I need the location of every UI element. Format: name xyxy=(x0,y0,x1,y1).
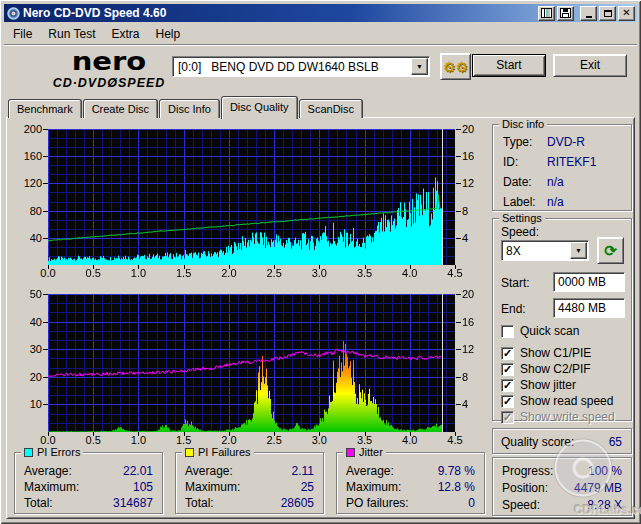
pi-errors-title: PI Errors xyxy=(37,446,80,458)
speed-select-dropdown-button[interactable]: ▼ xyxy=(570,242,587,259)
minimize-button[interactable] xyxy=(580,6,597,21)
axis-tick-label: 20 xyxy=(462,288,486,300)
axis-tick-mark xyxy=(43,322,48,323)
checkbox-box[interactable]: ✓ xyxy=(501,363,514,376)
start-position-label: Start: xyxy=(501,276,530,290)
checkmark: ✓ xyxy=(503,395,512,408)
stat-value: 2.11 xyxy=(292,464,314,478)
report-button[interactable] xyxy=(538,6,555,21)
close-button[interactable]: ✕ xyxy=(618,6,635,21)
checkmark: ✓ xyxy=(503,363,512,376)
checkbox-show-c2-pif[interactable]: ✓ Show C2/PIF xyxy=(501,362,591,376)
axis-tick-mark xyxy=(456,183,461,184)
disc-type-label: Type: xyxy=(503,135,547,149)
axis-tick-mark xyxy=(456,294,461,295)
pi-errors-chart xyxy=(48,129,455,265)
menu-file[interactable]: File xyxy=(5,26,40,42)
axis-tick-mark xyxy=(410,432,411,436)
axis-tick-mark xyxy=(43,211,48,212)
stat-value: 314687 xyxy=(113,496,153,510)
axis-tick-mark xyxy=(43,156,48,157)
stat-value: 22.01 xyxy=(123,464,153,478)
menu-run-test[interactable]: Run Test xyxy=(40,26,103,42)
checkbox-box[interactable] xyxy=(501,325,514,338)
stat-value: 28605 xyxy=(281,496,314,510)
pi-failures-title: PI Failures xyxy=(198,446,251,458)
axis-tick-mark xyxy=(456,404,461,405)
stat-value: 9.78 % xyxy=(438,464,475,478)
speed-select[interactable]: 8X ▼ xyxy=(501,240,589,261)
progress-panel: Progress:100 % Position:4479 MB Speed:8.… xyxy=(492,457,632,516)
axis-tick-mark xyxy=(455,432,456,436)
checkbox-quick-scan[interactable]: Quick scan xyxy=(501,324,579,338)
axis-tick-mark xyxy=(43,183,48,184)
checkbox-show-read-speed[interactable]: ✓ Show read speed xyxy=(501,394,613,408)
checkbox-show-c1-pie[interactable]: ✓ Show C1/PIE xyxy=(501,346,591,360)
exit-button[interactable]: Exit xyxy=(553,54,627,77)
axis-tick-label: 12 xyxy=(462,177,486,189)
axis-tick-label: 16 xyxy=(462,316,486,328)
start-position-input[interactable]: 0000 MB xyxy=(553,272,625,292)
axis-tick-mark xyxy=(274,265,275,269)
checkbox-box[interactable]: ✓ xyxy=(501,379,514,392)
tab-scandisc[interactable]: ScanDisc xyxy=(299,99,363,118)
chevron-down-icon: ▼ xyxy=(416,63,423,70)
menubar: File Run Test Extra Help xyxy=(5,25,188,42)
end-position-label: End: xyxy=(501,302,526,316)
pi-failures-color-chip xyxy=(185,448,194,457)
options-button[interactable]: ⚙⚙ xyxy=(440,53,471,80)
refresh-icon: ⟳ xyxy=(604,242,617,259)
checkmark: ✓ xyxy=(503,379,512,392)
checkbox-show-jitter[interactable]: ✓ Show jitter xyxy=(501,378,576,392)
logo-disc-icon: Ø xyxy=(107,76,118,90)
axis-tick-label: 40 xyxy=(6,232,42,244)
tab-benchmark[interactable]: Benchmark xyxy=(8,99,82,118)
axis-tick-mark xyxy=(43,404,48,405)
axis-tick-mark xyxy=(365,432,366,436)
axis-tick-mark xyxy=(319,265,320,269)
start-button[interactable]: Start xyxy=(472,54,546,77)
drive-selector-value: [0:0] BENQ DVD DD DW1640 BSLB xyxy=(173,60,411,74)
axis-tick-label: 50 xyxy=(6,288,42,300)
axis-tick-mark xyxy=(138,432,139,436)
pi-failures-jitter-chart xyxy=(48,294,455,432)
axis-tick-label: 30 xyxy=(6,343,42,355)
axis-tick-label: 20 xyxy=(6,371,42,383)
axis-tick-mark xyxy=(455,265,456,269)
checkbox-box[interactable]: ✓ xyxy=(501,347,514,360)
window-title: Nero CD-DVD Speed 4.60 xyxy=(23,6,536,20)
checkbox-label: Quick scan xyxy=(520,324,579,338)
tab-disc-info[interactable]: Disc Info xyxy=(159,99,220,118)
refresh-speed-button[interactable]: ⟳ xyxy=(597,237,624,264)
stat-label: Maximum: xyxy=(24,480,79,494)
app-cd-icon xyxy=(7,7,20,20)
checkbox-box[interactable]: ✓ xyxy=(501,395,514,408)
axis-tick-mark xyxy=(319,432,320,436)
tab-create-disc[interactable]: Create Disc xyxy=(83,99,158,118)
disc-info-group: Disc info Type:DVD-R ID:RITEKF1 Date:n/a… xyxy=(492,124,632,211)
scan-speed-value: 8.28 X xyxy=(587,498,622,512)
drive-selector[interactable]: [0:0] BENQ DVD DD DW1640 BSLB ▼ xyxy=(172,56,430,77)
maximize-button[interactable] xyxy=(599,6,616,21)
save-button[interactable] xyxy=(557,6,574,21)
stat-label: Average: xyxy=(346,464,394,478)
menu-help[interactable]: Help xyxy=(148,26,189,42)
disc-label-label: Label: xyxy=(503,195,547,209)
stat-value: 25 xyxy=(301,480,314,494)
axis-tick-mark xyxy=(229,265,230,269)
titlebar[interactable]: Nero CD-DVD Speed 4.60 ✕ xyxy=(4,4,637,22)
disc-label-value: n/a xyxy=(547,195,564,209)
speed-label: Speed: xyxy=(501,225,539,239)
drive-selector-dropdown-button[interactable]: ▼ xyxy=(411,58,428,75)
quality-score-panel: Quality score: 65 xyxy=(492,428,632,454)
stat-label: PO failures: xyxy=(346,496,409,510)
tab-disc-quality[interactable]: Disc Quality xyxy=(221,96,298,119)
end-position-input[interactable]: 4480 MB xyxy=(553,298,625,318)
logo-speed-text: SPEED xyxy=(118,76,165,90)
nero-logo: nero CD·DVDØSPEED xyxy=(42,47,176,90)
progress-label: Progress: xyxy=(502,464,553,478)
axis-tick-mark xyxy=(43,294,48,295)
disc-info-title: Disc info xyxy=(499,118,547,130)
pi-errors-legend: PI Errors xyxy=(21,446,83,458)
menu-extra[interactable]: Extra xyxy=(103,26,147,42)
